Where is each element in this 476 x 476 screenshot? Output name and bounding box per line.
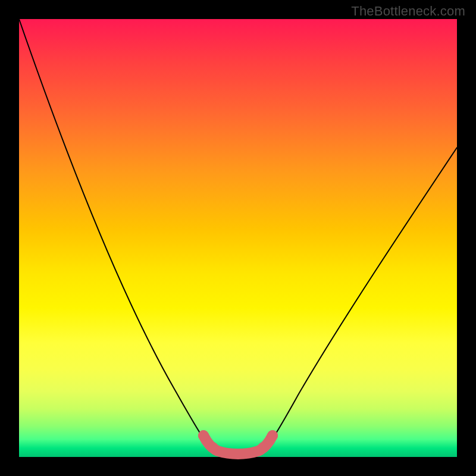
chart-plot-area	[19, 19, 457, 457]
band-dot-left-2	[208, 442, 218, 453]
chart-svg	[19, 19, 457, 457]
band-dot-right-1	[258, 442, 268, 453]
bottleneck-curve	[19, 19, 457, 454]
attribution-label: TheBottleneck.com	[351, 4, 465, 19]
chart-frame: TheBottleneck.com	[0, 0, 476, 476]
band-dot-left-1	[198, 430, 209, 441]
band-dot-right-2	[267, 430, 278, 441]
